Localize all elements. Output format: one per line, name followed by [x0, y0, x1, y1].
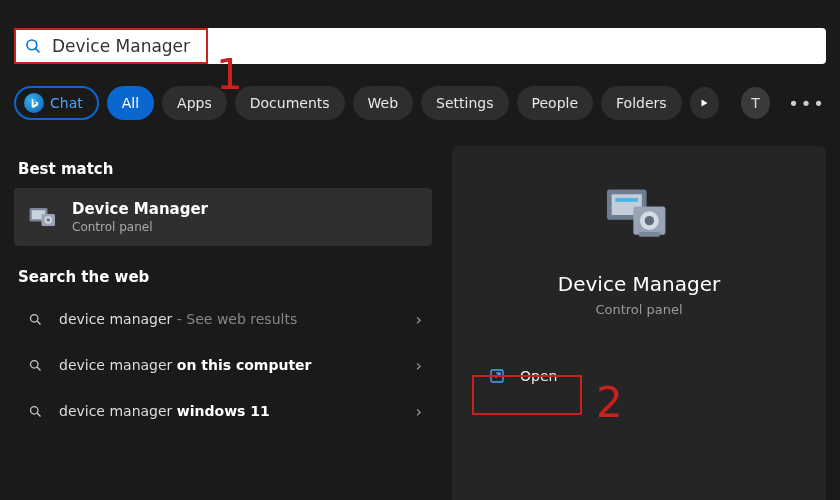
tab-web[interactable]: Web	[353, 86, 414, 120]
tab-all[interactable]: All	[107, 86, 154, 120]
device-manager-large-icon	[601, 182, 677, 248]
tab-chat[interactable]: Chat	[14, 86, 99, 120]
user-avatar[interactable]: T	[741, 87, 770, 119]
chevron-right-icon: ›	[416, 356, 422, 375]
svg-line-1	[35, 48, 39, 52]
web-result-1[interactable]: device manager on this computer ›	[14, 342, 432, 388]
detail-subtitle: Control panel	[595, 302, 682, 317]
svg-point-11	[31, 406, 39, 414]
open-button-label: Open	[520, 368, 557, 384]
best-match-text: Device Manager Control panel	[72, 200, 208, 234]
filter-tabs: Chat All Apps Documents Web Settings Peo…	[14, 86, 826, 120]
web-result-label: device manager on this computer	[59, 357, 416, 373]
tab-settings[interactable]: Settings	[421, 86, 508, 120]
svg-point-18	[645, 216, 654, 225]
svg-line-12	[37, 413, 40, 416]
open-button[interactable]: Open	[478, 359, 577, 393]
annotation-label-2: 2	[596, 378, 623, 427]
svg-point-7	[31, 314, 39, 322]
tab-folders[interactable]: Folders	[601, 86, 682, 120]
section-best-match: Best match	[18, 160, 432, 178]
web-result-2[interactable]: device manager windows 11 ›	[14, 388, 432, 434]
web-result-0[interactable]: device manager - See web results ›	[14, 296, 432, 342]
filter-scroll-button[interactable]	[690, 87, 719, 119]
chevron-right-icon: ›	[416, 310, 422, 329]
section-search-web: Search the web	[18, 268, 432, 286]
search-icon	[28, 404, 43, 419]
detail-title: Device Manager	[558, 272, 720, 296]
search-icon	[28, 358, 43, 373]
svg-rect-15	[615, 198, 638, 202]
search-icon	[28, 312, 43, 327]
svg-rect-19	[639, 232, 660, 237]
tab-chat-label: Chat	[50, 95, 83, 111]
tab-apps[interactable]: Apps	[162, 86, 227, 120]
best-match-title: Device Manager	[72, 200, 208, 218]
svg-line-8	[37, 321, 40, 324]
search-icon	[24, 37, 42, 55]
search-bar[interactable]	[14, 28, 826, 64]
svg-line-10	[37, 367, 40, 370]
tab-people[interactable]: People	[517, 86, 594, 120]
search-input[interactable]	[52, 36, 816, 56]
more-options-icon[interactable]: •••	[788, 93, 826, 114]
web-result-label: device manager - See web results	[59, 311, 416, 327]
best-match-subtitle: Control panel	[72, 220, 208, 234]
svg-point-6	[46, 218, 50, 222]
open-external-icon	[488, 367, 506, 385]
tab-documents[interactable]: Documents	[235, 86, 345, 120]
detail-panel: Device Manager Control panel Open	[452, 146, 826, 500]
svg-point-9	[31, 360, 39, 368]
web-result-label: device manager windows 11	[59, 403, 416, 419]
results-column: Best match Device Manager Control panel …	[14, 146, 432, 434]
chevron-right-icon: ›	[416, 402, 422, 421]
device-manager-icon	[28, 202, 58, 232]
bing-icon	[24, 93, 44, 113]
best-match-result[interactable]: Device Manager Control panel	[14, 188, 432, 246]
